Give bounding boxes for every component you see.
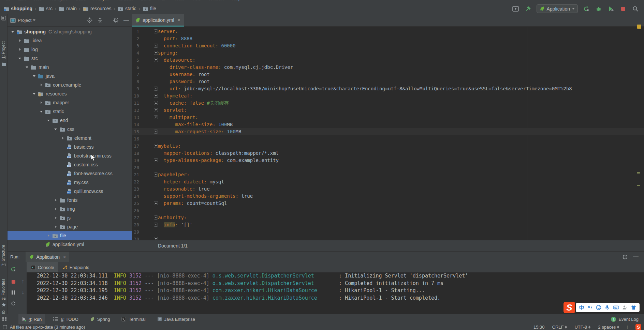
editor-line-18[interactable]: 18 mapper-locations: classpath:mapper/*.… [132, 150, 644, 157]
fold-marker-expanded[interactable] [154, 94, 158, 98]
stop-button[interactable] [10, 279, 16, 285]
tree-row-file[interactable]: file [8, 231, 132, 240]
fold-marker-expanded[interactable] [154, 215, 158, 220]
editor-line-3[interactable]: 3 connection-timeout: 60000 [132, 42, 644, 49]
ime-chinese-mode-icon[interactable] [579, 305, 584, 310]
tool-window-button-spring[interactable]: Spring [87, 314, 114, 324]
tree-expand-arrow[interactable] [53, 129, 58, 130]
editor-line-25[interactable]: 25 params: count=countSql [132, 200, 644, 207]
editor-line-17[interactable]: 17mybatis: [132, 142, 644, 150]
tree-expand-arrow[interactable] [10, 31, 15, 33]
indent-select[interactable]: 2 spaces [598, 325, 619, 330]
ime-voice-icon[interactable] [604, 305, 610, 310]
tree-row-shopping[interactable]: shoppingG:\shejiing\shopping [8, 27, 132, 36]
ime-emoji-icon[interactable] [596, 305, 601, 310]
editor-line-11[interactable]: 11 cache: false #关闭缓存 [132, 100, 644, 107]
menu-item-run[interactable]: Run [158, 0, 166, 1]
project-panel-title[interactable]: Project [18, 18, 31, 23]
tree-row-page[interactable]: page [8, 222, 132, 231]
tree-collapse-arrow[interactable] [39, 101, 44, 104]
sogou-logo-icon[interactable]: S [564, 302, 575, 313]
tree-collapse-arrow[interactable] [17, 39, 22, 42]
tree-row-java[interactable]: java [8, 72, 132, 80]
editor-line-14[interactable]: 14 max-file-size: 100MB [132, 121, 644, 128]
fold-marker-end[interactable] [154, 130, 158, 134]
editor-line-20[interactable]: 20 [132, 164, 644, 171]
breadcrumb-item-main[interactable]: main [59, 6, 76, 11]
tree-row-static[interactable]: static [8, 107, 132, 116]
tree-collapse-arrow[interactable] [39, 84, 44, 86]
editor-line-6[interactable]: 6 driver-class-name: com.mysql.cj.jdbc.D… [132, 64, 644, 71]
line-ending-select[interactable]: CRLF [552, 325, 567, 330]
sogou-status-icon[interactable]: S [635, 324, 641, 330]
fold-marker-expanded[interactable] [154, 51, 158, 55]
ime-skin-icon[interactable] [631, 305, 636, 310]
code-area[interactable]: 1server:2 port: 88883 connection-timeout… [132, 27, 644, 240]
tree-row-quill.snow.css[interactable]: CSSquill.snow.css [8, 187, 132, 196]
collapse-all-icon[interactable] [97, 17, 103, 23]
tree-row-font-awesome.css[interactable]: CSSfont-awesome.css [8, 169, 132, 178]
editor-line-12[interactable]: 12 servlet: [132, 107, 644, 114]
editor-line-8[interactable]: 8 password: root [132, 78, 644, 85]
editor-line-13[interactable]: 13 multipart: [132, 114, 644, 121]
tree-row-custom.css[interactable]: CSScustom.css [8, 160, 132, 169]
tree-row-basic.css[interactable]: CSSbasic.css [8, 142, 132, 151]
ime-punctuation-icon[interactable] [587, 305, 593, 310]
down-stack-trace-button[interactable]: ↓ [20, 289, 26, 296]
scrollbar-mark[interactable] [637, 172, 640, 174]
star-icon[interactable] [1, 302, 6, 307]
editor-line-30[interactable]: 30 [132, 236, 644, 240]
editor-line-15[interactable]: 15 max-request-size: 100MB [132, 128, 644, 135]
tree-expand-arrow[interactable] [25, 66, 29, 68]
fold-marker-expanded[interactable] [154, 115, 158, 119]
tree-collapse-arrow[interactable] [60, 137, 65, 139]
breadcrumb-item-static[interactable]: static [118, 6, 136, 11]
tree-expand-arrow[interactable] [32, 93, 36, 95]
breadcrumb-item-shopping[interactable]: shopping [3, 6, 32, 11]
run-config-tab[interactable]: Application × [26, 252, 69, 262]
editor-line-19[interactable]: 19 type-aliases-package: com.example.ent… [132, 157, 644, 164]
tree-row-js[interactable]: js [8, 213, 132, 222]
menu-item-edit[interactable]: Edit [18, 0, 26, 1]
tool-window-button--todo[interactable]: 6: TODO [50, 314, 82, 324]
tree-row-element[interactable]: element [8, 134, 132, 142]
tool-window-button--run[interactable]: 4: Run [18, 314, 45, 324]
up-stack-trace-button[interactable]: ↑ [20, 279, 26, 285]
tree-collapse-arrow[interactable] [17, 48, 22, 51]
editor-tab-application-yml[interactable]: application.yml × [132, 14, 184, 27]
editor-line-5[interactable]: 5 datasource: [132, 57, 644, 64]
tree-row-.idea[interactable]: .idea [8, 36, 132, 45]
close-icon[interactable]: × [178, 17, 180, 23]
fold-marker-end[interactable] [154, 158, 158, 162]
ime-account-icon[interactable] [622, 305, 628, 310]
fold-marker-expanded[interactable] [154, 237, 158, 240]
fold-marker-expanded[interactable] [154, 172, 158, 177]
tree-row-application.yml[interactable]: application.yml [8, 240, 132, 249]
encoding-select[interactable]: UTF-8 [574, 325, 590, 330]
menu-item-help[interactable]: Help [232, 0, 241, 1]
rerun-button[interactable] [10, 266, 16, 272]
locate-file-icon[interactable] [87, 17, 92, 23]
editor-line-22[interactable]: 22 helper-dialect: mysql [132, 178, 644, 185]
tree-row-img[interactable]: img [8, 205, 132, 213]
tree-row-fonts[interactable]: fonts [8, 196, 132, 205]
menu-items[interactable]: FileEditViewNavigateCodeAnalyzeRefactorB… [3, 0, 248, 1]
editor-line-4[interactable]: 4spring: [132, 49, 644, 57]
tree-row-bootstrap.min.css[interactable]: CSSbootstrap.min.css [8, 151, 132, 160]
fold-marker-end[interactable] [154, 201, 158, 205]
tool-window-button-java-enterprise[interactable]: Java Enterprise [154, 314, 199, 324]
editor-line-26[interactable]: 26 [132, 207, 644, 214]
run-button[interactable] [583, 5, 590, 13]
ime-keyboard-icon[interactable] [613, 305, 619, 310]
tree-collapse-arrow[interactable] [46, 234, 51, 237]
menu-item-file[interactable]: File [3, 0, 11, 1]
tree-row-my.css[interactable]: CSSmy.css [8, 178, 132, 187]
caret-position[interactable]: 15:30 [533, 325, 545, 330]
search-everywhere-icon[interactable] [632, 5, 639, 13]
editor-line-9[interactable]: 9 url: jdbc:mysql://localhost:3306/minis… [132, 85, 644, 92]
tree-collapse-arrow[interactable] [53, 225, 58, 228]
editor-line-2[interactable]: 2 port: 8888 [132, 35, 644, 42]
run-config-select[interactable]: Application [537, 4, 578, 13]
editor-line-21[interactable]: 21pagehelper: [132, 171, 644, 178]
tree-collapse-arrow[interactable] [53, 208, 58, 210]
